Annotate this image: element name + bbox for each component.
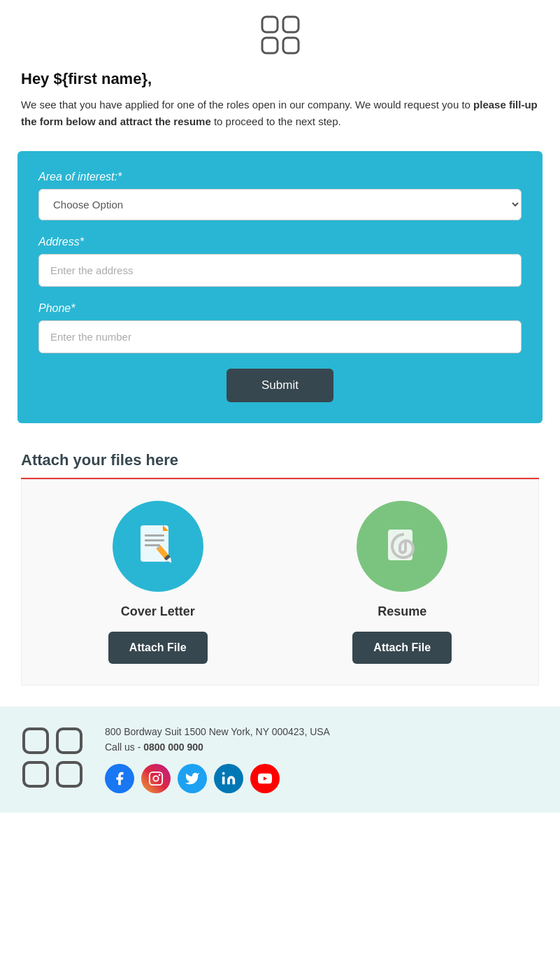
footer-logo xyxy=(21,726,84,792)
attach-content: Cover Letter Attach File Resume Attach F… xyxy=(21,479,539,686)
resume-attach-button[interactable]: Attach File xyxy=(352,632,452,664)
svg-rect-15 xyxy=(57,729,81,753)
svg-rect-18 xyxy=(150,772,162,785)
svg-point-20 xyxy=(159,774,161,776)
svg-rect-1 xyxy=(283,17,299,32)
svg-rect-21 xyxy=(222,776,225,784)
header: Hey ${first name}, We see that you have … xyxy=(0,0,560,137)
resume-label: Resume xyxy=(378,604,426,619)
resume-icon-circle xyxy=(357,501,447,592)
cover-letter-icon xyxy=(134,522,182,571)
intro-text: We see that you have applied for one of … xyxy=(21,97,539,130)
svg-rect-7 xyxy=(145,544,160,546)
svg-rect-14 xyxy=(24,729,48,753)
svg-rect-5 xyxy=(145,534,164,537)
youtube-icon[interactable] xyxy=(250,764,280,793)
footer-address: 800 Bordway Suit 1500 New York, NY 00042… xyxy=(105,726,330,737)
cover-letter-label: Cover Letter xyxy=(121,604,195,619)
submit-wrapper: Submit xyxy=(38,369,522,402)
linkedin-icon[interactable] xyxy=(214,764,243,793)
logo-area xyxy=(21,14,539,56)
logo-icon xyxy=(259,14,301,56)
svg-point-22 xyxy=(222,772,225,775)
cover-letter-item: Cover Letter Attach File xyxy=(108,501,208,664)
footer-socials xyxy=(105,764,330,793)
svg-rect-2 xyxy=(262,38,278,53)
cover-letter-attach-button[interactable]: Attach File xyxy=(108,632,208,664)
intro-text-1: We see that you have applied for one of … xyxy=(21,99,473,111)
svg-rect-6 xyxy=(145,539,164,541)
svg-rect-3 xyxy=(283,38,299,53)
instagram-icon[interactable] xyxy=(141,764,171,793)
attach-section: Attach your files here xyxy=(0,437,560,693)
phone-input[interactable] xyxy=(38,320,522,353)
resume-item: Resume Attach File xyxy=(352,501,452,664)
area-of-interest-select[interactable]: Choose Option xyxy=(38,189,522,220)
address-input[interactable] xyxy=(38,254,522,287)
area-of-interest-label: Area of interest:* xyxy=(38,171,522,183)
facebook-icon[interactable] xyxy=(105,764,134,793)
area-of-interest-group: Area of interest:* Choose Option xyxy=(38,171,522,220)
footer-phone: Call us - 0800 000 900 xyxy=(105,741,330,753)
footer-phone-prefix: Call us - xyxy=(105,741,143,753)
svg-rect-0 xyxy=(262,17,278,32)
address-label: Address* xyxy=(38,236,522,248)
resume-icon xyxy=(380,524,425,569)
footer: 800 Bordway Suit 1500 New York, NY 00042… xyxy=(0,706,560,813)
footer-phone-number: 0800 000 900 xyxy=(143,741,203,753)
footer-logo-icon xyxy=(21,726,84,789)
phone-label: Phone* xyxy=(38,302,522,315)
intro-text-2: to proceed to the next step. xyxy=(211,115,341,127)
address-group: Address* xyxy=(38,236,522,287)
cover-letter-icon-circle xyxy=(113,501,203,592)
footer-info: 800 Bordway Suit 1500 New York, NY 00042… xyxy=(105,726,330,793)
svg-rect-16 xyxy=(24,762,48,786)
twitter-icon[interactable] xyxy=(178,764,207,793)
phone-group: Phone* xyxy=(38,302,522,353)
submit-button[interactable]: Submit xyxy=(227,369,333,402)
svg-point-19 xyxy=(153,776,158,781)
attach-title: Attach your files here xyxy=(21,451,539,469)
svg-rect-17 xyxy=(57,762,81,786)
form-section: Area of interest:* Choose Option Address… xyxy=(17,151,543,423)
greeting: Hey ${first name}, xyxy=(21,70,152,88)
